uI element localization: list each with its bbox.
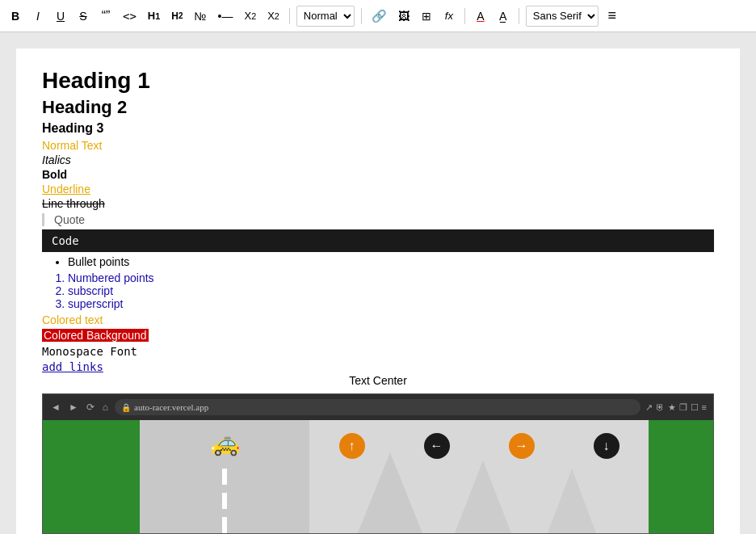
code-button[interactable]: <> [120,8,140,24]
road-dash [222,493,227,509]
code-block: Code [42,229,714,252]
bullet-item: Bullet points [68,255,714,268]
font-color-button[interactable]: A [472,8,489,24]
browser-forward-btn[interactable]: ► [67,402,80,413]
cone-3 [548,469,596,533]
heading1: Heading 1 [42,68,714,94]
numbered-list: Numbered points subscript superscript [68,271,714,310]
numbered-item-3: superscript [68,297,714,310]
browser-url-bar: 🔒 auto-racer.vercel.app [115,399,640,415]
link-button[interactable]: 🔗 [368,7,390,25]
more-button[interactable]: ≡ [603,6,621,26]
h1-button[interactable]: H1 [145,8,163,23]
separator-2 [361,8,362,24]
browser-pip-btn[interactable]: ❐ [679,402,687,413]
browser-embed: ◄ ► ⟳ ⌂ 🔒 auto-racer.vercel.app ↗ ⛨ ★ ❐ … [42,393,714,534]
quote-block: Quote [42,213,714,226]
left-grass [43,420,140,533]
separator-4 [519,8,519,24]
link-text[interactable]: add links [42,360,103,373]
right-grass [649,420,713,533]
cone-1 [358,452,422,533]
colored-bg-text: Colored Background [42,329,149,342]
h2-button[interactable]: H2 [168,9,186,23]
bullet-list: Bullet points [68,255,714,268]
normal-text: Normal Text [42,139,714,152]
font-select[interactable]: Sans Serif [526,6,598,27]
underline-button[interactable]: U [52,8,69,24]
road-right-area: ↑ ← → ↓ [309,420,649,533]
road-dashes [222,420,227,533]
highlight-button[interactable]: A̲ [494,8,512,24]
cone-2 [455,460,511,533]
quote-button[interactable]: “” [97,7,115,25]
unordered-list-button[interactable]: •— [215,8,237,24]
browser-url-text: auto-racer.vercel.app [134,402,208,412]
browser-menu-btn[interactable]: ≡ [702,402,707,413]
arrow-left-button[interactable]: ← [424,433,450,459]
browser-actions: ↗ ⛨ ★ ❐ ☐ ≡ [645,402,707,413]
road-dash [222,469,227,485]
browser-share-btn[interactable]: ↗ [645,402,653,413]
separator-1 [289,8,290,24]
browser-shield-btn[interactable]: ⛨ [656,402,665,413]
colored-text: Colored text [42,313,714,326]
formula-button[interactable]: fx [440,8,458,23]
colored-bg-wrapper: Colored Background [42,328,714,343]
arrow-up-button[interactable]: ↑ [339,433,365,459]
italic-text: Italics [42,153,714,166]
style-select[interactable]: Normal [296,6,355,27]
road-dash [222,517,227,533]
subscript-button[interactable]: X2 [241,8,259,23]
browser-content: 🚕 ↑ ← → [43,420,713,533]
link-wrapper: add links [42,360,714,374]
superscript-text: superscript [68,297,123,310]
editor-toolbar: B I U S “” <> H1 H2 № •— X2 X2 Normal 🔗 … [0,0,756,32]
table-button[interactable]: ⊞ [418,8,435,24]
center-text: Text Center [42,374,714,387]
subscript-text: subscript [68,284,113,297]
numbered-item-2: subscript [68,284,714,297]
italic-button[interactable]: I [29,8,47,24]
browser-bookmark-btn[interactable]: ★ [668,402,676,413]
heading3: Heading 3 [42,121,714,136]
separator-3 [464,8,465,24]
linethrough-text: Line through [42,197,714,210]
arrow-right-button[interactable]: → [509,433,535,459]
road-section: 🚕 [140,420,309,533]
browser-reload-btn[interactable]: ⟳ [85,402,96,413]
editor-wrapper: Heading 1 Heading 2 Heading 3 Normal Tex… [0,32,756,534]
ordered-list-button[interactable]: № [191,8,210,24]
superscript-button[interactable]: X2 [264,8,283,23]
image-button[interactable]: 🖼 [395,8,413,24]
numbered-item-1: Numbered points [68,271,714,284]
bold-text: Bold [42,168,714,181]
underline-text: Underline [42,183,714,196]
arrow-down-button[interactable]: ↓ [594,433,620,459]
browser-fullscreen-btn[interactable]: ☐ [691,402,699,413]
editor-content[interactable]: Heading 1 Heading 2 Heading 3 Normal Tex… [16,48,740,534]
browser-home-btn[interactable]: ⌂ [101,402,110,413]
browser-back-btn[interactable]: ◄ [49,402,62,413]
strikethrough-button[interactable]: S [74,8,92,24]
heading2: Heading 2 [42,97,714,118]
monospace-text: Monospace Font [42,345,714,358]
browser-toolbar: ◄ ► ⟳ ⌂ 🔒 auto-racer.vercel.app ↗ ⛨ ★ ❐ … [43,394,713,420]
bold-button[interactable]: B [6,8,24,24]
